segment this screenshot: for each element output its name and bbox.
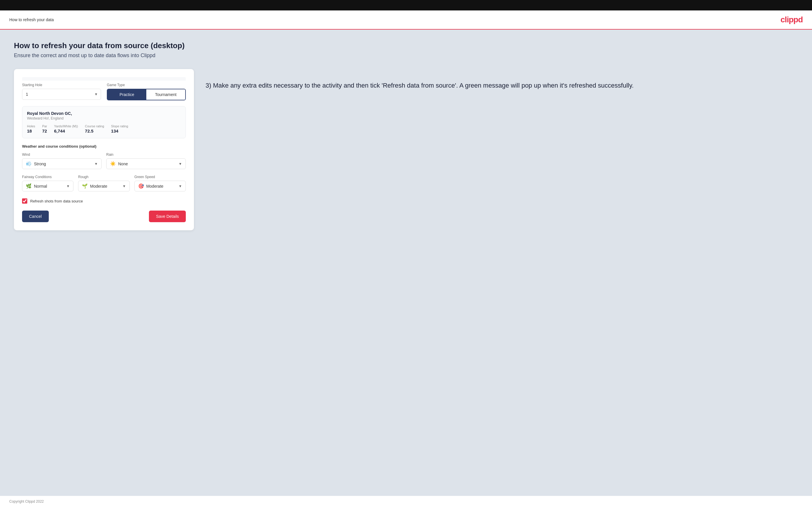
header: How to refresh your data clippd bbox=[0, 10, 812, 30]
fairway-value: Normal bbox=[34, 184, 64, 188]
game-type-label: Game Type bbox=[107, 83, 186, 87]
copyright-text: Copyright Clippd 2022 bbox=[9, 500, 44, 504]
course-name: Royal North Devon GC, bbox=[27, 111, 181, 116]
rain-dropdown[interactable]: ☀️ None ▼ bbox=[106, 158, 186, 169]
holes-stat: Holes 18 bbox=[27, 124, 35, 133]
rough-value: Moderate bbox=[90, 184, 120, 188]
side-text: 3) Make any extra edits necessary to the… bbox=[206, 80, 798, 91]
refresh-checkbox[interactable] bbox=[22, 199, 27, 204]
rough-chevron-icon: ▼ bbox=[122, 184, 126, 188]
green-speed-icon: 🎯 bbox=[138, 183, 144, 189]
par-label: Par bbox=[42, 124, 47, 128]
course-location: Westward Ho!, England bbox=[27, 116, 181, 120]
content-area: Starting Hole 1 10 ▼ Game Type Practice … bbox=[14, 69, 798, 230]
fairway-group: Fairway Conditions 🌿 Normal ▼ bbox=[22, 175, 73, 191]
wind-value: Strong bbox=[34, 162, 92, 166]
cancel-button[interactable]: Cancel bbox=[22, 211, 49, 222]
logo: clippd bbox=[781, 15, 803, 24]
wind-icon: 💨 bbox=[26, 161, 32, 167]
wind-chevron-icon: ▼ bbox=[94, 162, 98, 166]
rough-dropdown[interactable]: 🌱 Moderate ▼ bbox=[78, 181, 130, 191]
course-stats: Holes 18 Par 72 Yards/White (M)) 6,744 C… bbox=[27, 124, 181, 133]
refresh-checkbox-row: Refresh shots from data source bbox=[22, 199, 186, 204]
green-speed-value: Moderate bbox=[146, 184, 176, 188]
starting-hole-select-wrapper[interactable]: 1 10 ▼ bbox=[22, 89, 101, 100]
starting-hole-label: Starting Hole bbox=[22, 83, 101, 87]
starting-hole-select[interactable]: 1 10 bbox=[22, 89, 101, 100]
tournament-button[interactable]: Tournament bbox=[146, 89, 185, 100]
course-info-box: Royal North Devon GC, Westward Ho!, Engl… bbox=[22, 106, 186, 138]
slope-rating-value: 134 bbox=[111, 128, 128, 133]
yards-label: Yards/White (M)) bbox=[54, 124, 78, 128]
rain-label: Rain bbox=[106, 153, 186, 157]
par-stat: Par 72 bbox=[42, 124, 47, 133]
refresh-checkbox-label: Refresh shots from data source bbox=[30, 199, 83, 203]
save-button[interactable]: Save Details bbox=[149, 211, 186, 222]
conditions-title: Weather and course conditions (optional) bbox=[22, 144, 186, 149]
green-speed-dropdown[interactable]: 🎯 Moderate ▼ bbox=[135, 181, 186, 191]
side-description: 3) Make any extra edits necessary to the… bbox=[206, 69, 798, 91]
rough-group: Rough 🌱 Moderate ▼ bbox=[78, 175, 130, 191]
header-title: How to refresh your data bbox=[9, 17, 54, 22]
page-subtitle: Ensure the correct and most up to date d… bbox=[14, 53, 798, 59]
course-rating-stat: Course rating 72.5 bbox=[85, 124, 104, 133]
yards-stat: Yards/White (M)) 6,744 bbox=[54, 124, 78, 133]
slope-rating-stat: Slope rating 134 bbox=[111, 124, 128, 133]
top-form-row: Starting Hole 1 10 ▼ Game Type Practice … bbox=[22, 83, 186, 100]
rain-chevron-icon: ▼ bbox=[179, 162, 182, 166]
fairway-label: Fairway Conditions bbox=[22, 175, 73, 179]
form-panel: Starting Hole 1 10 ▼ Game Type Practice … bbox=[14, 69, 194, 230]
yards-value: 6,744 bbox=[54, 128, 78, 133]
rough-icon: 🌱 bbox=[82, 183, 88, 189]
fairway-icon: 🌿 bbox=[26, 183, 32, 189]
fairway-dropdown[interactable]: 🌿 Normal ▼ bbox=[22, 181, 73, 191]
green-speed-label: Green Speed bbox=[135, 175, 186, 179]
green-speed-group: Green Speed 🎯 Moderate ▼ bbox=[135, 175, 186, 191]
par-value: 72 bbox=[42, 128, 47, 133]
main-content: How to refresh your data from source (de… bbox=[0, 30, 812, 496]
wind-group: Wind 💨 Strong ▼ bbox=[22, 153, 102, 169]
rain-group: Rain ☀️ None ▼ bbox=[106, 153, 186, 169]
course-rating-value: 72.5 bbox=[85, 128, 104, 133]
wind-dropdown[interactable]: 💨 Strong ▼ bbox=[22, 158, 102, 169]
rough-label: Rough bbox=[78, 175, 130, 179]
rain-icon: ☀️ bbox=[110, 161, 116, 167]
conditions-row1: Wind 💨 Strong ▼ Rain ☀️ None ▼ bbox=[22, 153, 186, 169]
slope-rating-label: Slope rating bbox=[111, 124, 128, 128]
game-type-toggle: Practice Tournament bbox=[107, 89, 186, 100]
green-speed-chevron-icon: ▼ bbox=[179, 184, 182, 188]
top-bar bbox=[0, 0, 812, 10]
fairway-chevron-icon: ▼ bbox=[66, 184, 70, 188]
holes-label: Holes bbox=[27, 124, 35, 128]
holes-value: 18 bbox=[27, 128, 35, 133]
starting-hole-group: Starting Hole 1 10 ▼ bbox=[22, 83, 101, 100]
practice-button[interactable]: Practice bbox=[107, 89, 146, 100]
btn-row: Cancel Save Details bbox=[22, 211, 186, 222]
top-partial-bar bbox=[22, 77, 186, 80]
footer: Copyright Clippd 2022 bbox=[0, 496, 812, 507]
page-title: How to refresh your data from source (de… bbox=[14, 41, 798, 50]
conditions-row2: Fairway Conditions 🌿 Normal ▼ Rough 🌱 Mo… bbox=[22, 175, 186, 191]
rain-value: None bbox=[118, 162, 176, 166]
course-rating-label: Course rating bbox=[85, 124, 104, 128]
wind-label: Wind bbox=[22, 153, 102, 157]
game-type-group: Game Type Practice Tournament bbox=[107, 83, 186, 100]
